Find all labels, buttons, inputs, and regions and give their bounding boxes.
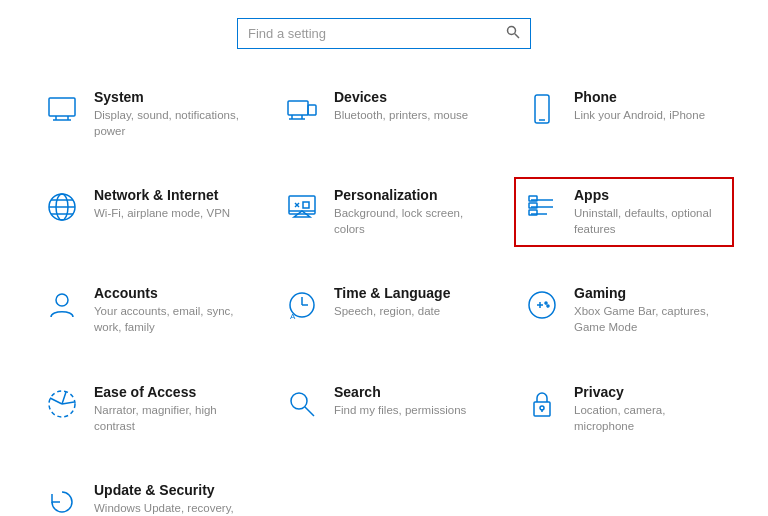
search-bar-container <box>237 18 531 49</box>
time-desc: Speech, region, date <box>334 303 450 319</box>
svg-line-1 <box>515 34 519 38</box>
search-input[interactable] <box>248 26 506 41</box>
privacy-desc: Location, camera, microphone <box>574 402 724 434</box>
svg-rect-28 <box>529 203 537 208</box>
phone-desc: Link your Android, iPhone <box>574 107 705 123</box>
svg-rect-7 <box>308 105 316 115</box>
setting-item-devices[interactable]: Devices Bluetooth, printers, mouse <box>274 79 494 149</box>
search-title: Search <box>334 384 466 400</box>
svg-line-42 <box>62 392 66 404</box>
svg-point-44 <box>291 393 307 409</box>
svg-rect-23 <box>303 202 309 208</box>
accounts-desc: Your accounts, email, sync, work, family <box>94 303 244 335</box>
search-desc: Find my files, permissions <box>334 402 466 418</box>
svg-rect-11 <box>535 95 549 123</box>
search-bar <box>237 18 531 49</box>
search-icon <box>284 386 320 422</box>
svg-rect-29 <box>529 210 537 215</box>
apps-desc: Uninstall, defaults, optional features <box>574 205 724 237</box>
svg-point-0 <box>508 27 516 35</box>
devices-icon <box>284 91 320 127</box>
privacy-title: Privacy <box>574 384 724 400</box>
privacy-icon <box>524 386 560 422</box>
gaming-title: Gaming <box>574 285 724 301</box>
update-icon <box>44 484 80 516</box>
personalization-title: Personalization <box>334 187 484 203</box>
time-title: Time & Language <box>334 285 450 301</box>
svg-line-45 <box>305 407 314 416</box>
setting-item-personalization[interactable]: Personalization Background, lock screen,… <box>274 177 494 247</box>
setting-item-privacy[interactable]: Privacy Location, camera, microphone <box>514 374 734 444</box>
system-title: System <box>94 89 244 105</box>
apps-icon <box>524 189 560 225</box>
gaming-icon <box>524 287 560 323</box>
ease-desc: Narrator, magnifier, high contrast <box>94 402 244 434</box>
time-icon: A <box>284 287 320 323</box>
gaming-desc: Xbox Game Bar, captures, Game Mode <box>574 303 724 335</box>
devices-title: Devices <box>334 89 468 105</box>
ease-title: Ease of Access <box>94 384 244 400</box>
setting-item-apps[interactable]: Apps Uninstall, defaults, optional featu… <box>514 177 734 247</box>
update-title: Update & Security <box>94 482 244 498</box>
setting-item-accounts[interactable]: Accounts Your accounts, email, sync, wor… <box>34 275 254 345</box>
apps-title: Apps <box>574 187 724 203</box>
setting-item-search[interactable]: Search Find my files, permissions <box>274 374 494 444</box>
personalization-icon <box>284 189 320 225</box>
network-desc: Wi-Fi, airplane mode, VPN <box>94 205 230 221</box>
phone-title: Phone <box>574 89 705 105</box>
setting-item-update[interactable]: Update & Security Windows Update, recove… <box>34 472 254 516</box>
accounts-title: Accounts <box>94 285 244 301</box>
svg-line-41 <box>50 398 62 404</box>
ease-icon <box>44 386 80 422</box>
system-desc: Display, sound, notifications, power <box>94 107 244 139</box>
svg-line-43 <box>62 402 74 404</box>
accounts-icon <box>44 287 80 323</box>
devices-desc: Bluetooth, printers, mouse <box>334 107 468 123</box>
settings-grid: System Display, sound, notifications, po… <box>0 79 768 516</box>
svg-rect-2 <box>49 98 75 116</box>
svg-point-30 <box>56 294 68 306</box>
svg-text:A: A <box>290 312 296 321</box>
setting-item-ease[interactable]: Ease of Access Narrator, magnifier, high… <box>34 374 254 444</box>
network-icon <box>44 189 80 225</box>
svg-rect-27 <box>529 196 537 201</box>
network-title: Network & Internet <box>94 187 230 203</box>
setting-item-gaming[interactable]: Gaming Xbox Game Bar, captures, Game Mod… <box>514 275 734 345</box>
setting-item-phone[interactable]: Phone Link your Android, iPhone <box>514 79 734 149</box>
update-desc: Windows Update, recovery, backup <box>94 500 244 516</box>
setting-item-time[interactable]: A Time & Language Speech, region, date <box>274 275 494 345</box>
personalization-desc: Background, lock screen, colors <box>334 205 484 237</box>
setting-item-system[interactable]: System Display, sound, notifications, po… <box>34 79 254 149</box>
phone-icon <box>524 91 560 127</box>
search-icon <box>506 25 520 42</box>
setting-item-network[interactable]: Network & Internet Wi-Fi, airplane mode,… <box>34 177 254 247</box>
svg-point-38 <box>545 302 547 304</box>
system-icon <box>44 91 80 127</box>
svg-rect-6 <box>288 101 308 115</box>
svg-point-39 <box>547 305 549 307</box>
